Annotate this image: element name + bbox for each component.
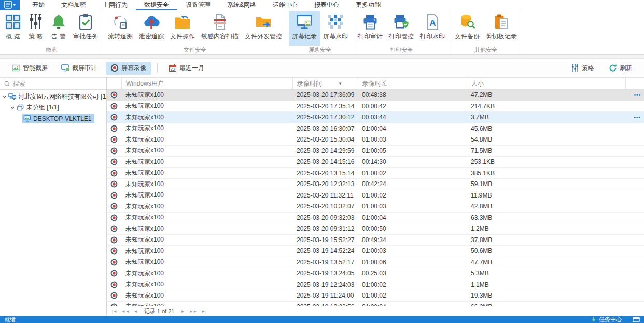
toolbar-button[interactable]: 智能截屏: [7, 62, 52, 75]
cell-size: 1.1MB: [467, 281, 625, 288]
status-text: 就绪: [4, 316, 16, 323]
menu-tab[interactable]: 运维中心: [264, 0, 306, 10]
row-menu-button[interactable]: •••: [634, 115, 641, 120]
ribbon-button[interactable]: 泄密追踪: [136, 11, 167, 46]
table-row[interactable]: 未知玩家x1002025-03-20 17:36:0900:48:3847.2M…: [107, 90, 644, 101]
toolbar-button[interactable]: 截屏审计: [57, 62, 102, 75]
table-row[interactable]: 未知玩家x1002025-03-19 12:24:0301:00:021.1MB: [107, 279, 644, 291]
leak-icon: [143, 13, 160, 30]
svg-text:A: A: [429, 18, 436, 28]
ribbon: 概 览策 略告 警审批任务概览流转追溯泄密追踪文件操作敏感内容扫描文件外发管控文…: [0, 10, 644, 55]
task-center-button[interactable]: 任务中心: [599, 316, 622, 323]
record-icon: [110, 203, 118, 210]
ribbon-button[interactable]: 策 略: [24, 11, 47, 46]
cell-size: 54.8MB: [467, 136, 625, 143]
column-header-duration[interactable]: 录像时长: [358, 78, 467, 89]
table-row[interactable]: 未知玩家x1002025-03-20 12:32:1300:42:2459.1M…: [107, 179, 644, 190]
ribbon-button-label: 文件操作: [170, 32, 195, 41]
toolbar-button-label: 截屏审计: [72, 64, 97, 73]
menu-tab[interactable]: 上网行为: [94, 0, 136, 10]
table-row[interactable]: 未知玩家x1002025-03-19 11:24:0001:00:0219.3M…: [107, 290, 644, 302]
record-cell: [107, 203, 121, 210]
ribbon-button[interactable]: 流转追溯: [105, 11, 136, 46]
table-row[interactable]: 未知玩家x1002025-03-20 16:30:0701:00:0445.6M…: [107, 123, 644, 135]
pagination-last-button[interactable]: ►|: [199, 309, 208, 314]
record-icon: [110, 180, 118, 188]
table-row[interactable]: 未知玩家x1002025-03-20 15:30:0401:00:0354.8M…: [107, 134, 644, 146]
chevron-down-icon[interactable]: [9, 105, 16, 110]
table-row[interactable]: 未知玩家x1002025-03-19 14:52:2401:00:0350.6M…: [107, 246, 644, 257]
ribbon-button[interactable]: 文件外发管控: [242, 11, 285, 46]
record-icon: [110, 192, 118, 199]
cell-time: 2025-03-20 17:35:14: [292, 103, 358, 110]
ribbon-button[interactable]: 打印审计: [355, 11, 386, 46]
ribbon-button[interactable]: 文件备份: [452, 11, 483, 46]
ribbon-button[interactable]: 审批任务: [70, 11, 101, 46]
tree-node-content: 河北安固云网络科技有限公司 [1/1]: [7, 92, 106, 102]
tree-node-company[interactable]: 河北安固云网络科技有限公司 [1/1]: [0, 91, 106, 102]
ribbon-button[interactable]: 屏幕水印: [320, 11, 351, 46]
menu-tab[interactable]: 设备管理: [177, 0, 219, 10]
toolbar-button[interactable]: 刷新: [604, 62, 637, 75]
chevron-down-icon[interactable]: [2, 94, 7, 100]
table-row[interactable]: 未知玩家x1002025-03-20 09:32:0301:00:0463.3M…: [107, 213, 644, 224]
folder-out-icon: [255, 13, 272, 30]
cell-size: 47.2MB: [467, 91, 625, 99]
clipboard-doc-icon: [493, 13, 510, 30]
search-input[interactable]: [13, 80, 103, 87]
ribbon-button-label: 概 览: [6, 32, 20, 41]
menu-tab[interactable]: 数据安全: [136, 0, 177, 10]
date-filter-button[interactable]: 23最近一月: [164, 62, 209, 75]
table-row[interactable]: 未知玩家x1002025-03-20 14:15:1600:14:30253.1…: [107, 157, 644, 168]
table-row[interactable]: 未知玩家x1002025-03-19 15:52:2700:49:3437.8M…: [107, 235, 644, 246]
table-row[interactable]: 未知玩家x1002025-03-19 13:52:1701:00:0647.7M…: [107, 257, 644, 269]
menu-tab[interactable]: 系统&网络: [219, 0, 264, 10]
ribbon-button[interactable]: 敏感内容扫描: [198, 11, 242, 46]
cell-size: 59.1MB: [467, 180, 625, 188]
menu-tab[interactable]: 文档加密: [53, 0, 94, 10]
cell-size: 5.3MB: [467, 270, 625, 277]
record-cell: [107, 170, 121, 177]
ribbon-button[interactable]: 文件操作: [167, 11, 198, 46]
row-menu-button[interactable]: •••: [634, 92, 641, 98]
column-header-size[interactable]: 大小: [467, 78, 625, 89]
tree-node-host[interactable]: DESKTOP-VLKTLE1: [0, 113, 106, 124]
cell-user: 未知玩家x100: [121, 102, 292, 110]
pagination-prev-button[interactable]: ◄: [132, 309, 140, 314]
app-menu-button[interactable]: [0, 0, 20, 10]
table-row[interactable]: 未知玩家x1002025-03-20 09:31:1200:00:501.2MB: [107, 223, 644, 235]
ribbon-button-label: 打印审计: [358, 32, 383, 41]
table-row[interactable]: 未知玩家x1002025-03-20 17:35:1400:00:42214.7…: [107, 101, 644, 113]
table-row[interactable]: 未知玩家x1002025-03-20 13:15:1401:00:02385.1…: [107, 168, 644, 179]
menu-tab[interactable]: 报表中心: [306, 0, 347, 10]
toolbar-button-label: 屏幕录像: [121, 64, 146, 73]
pagination-next-button[interactable]: ►: [178, 309, 187, 314]
ribbon-button[interactable]: 剪切板记录: [483, 11, 520, 46]
ribbon-button[interactable]: 告 警: [47, 11, 70, 46]
cell-time: 2025-03-19 12:24:03: [292, 281, 358, 288]
toolbar-button[interactable]: 策略: [566, 62, 599, 75]
ribbon-button[interactable]: A打印水印: [417, 11, 448, 46]
ribbon-button[interactable]: 概 览: [2, 11, 24, 46]
pagination-first-button[interactable]: |◄: [110, 309, 119, 314]
menu-tab[interactable]: 开始: [24, 0, 53, 10]
content-area: 河北安固云网络科技有限公司 [1/1]未分组 [1/1]DESKTOP-VLKT…: [0, 78, 644, 316]
tree-node-ungrouped[interactable]: 未分组 [1/1]: [0, 102, 106, 113]
table-row[interactable]: 未知玩家x1002025-03-19 13:24:0500:25:035.3MB: [107, 268, 644, 279]
ribbon-button[interactable]: 屏幕记录: [289, 11, 320, 46]
scan-icon: [212, 13, 228, 30]
pagination-prev-page-button[interactable]: ◄◄: [119, 309, 132, 314]
menu-tab[interactable]: 更多功能: [347, 0, 389, 10]
table-row[interactable]: 未知玩家x1002025-03-20 10:32:0701:00:0342.8M…: [107, 201, 644, 213]
ribbon-button-label: 流转追溯: [108, 32, 133, 41]
table-row[interactable]: 未知玩家x1002025-03-20 11:32:1101:00:0211.9M…: [107, 190, 644, 202]
column-header-user[interactable]: Windows用户: [121, 78, 292, 89]
column-header-time[interactable]: 录像时间 ▼: [292, 78, 358, 89]
pagination-next-page-button[interactable]: ►►: [187, 309, 199, 314]
table-row[interactable]: 未知玩家x1002025-03-20 17:30:1200:03:443.7MB…: [107, 112, 644, 123]
ribbon-button[interactable]: 打印管控: [386, 11, 417, 46]
task-window-icon[interactable]: [633, 317, 640, 322]
doc-a-icon: A: [424, 13, 441, 30]
toolbar-button[interactable]: 屏幕录像: [106, 62, 151, 75]
table-row[interactable]: 未知玩家x1002025-03-20 14:29:5901:00:0571.5M…: [107, 146, 644, 157]
